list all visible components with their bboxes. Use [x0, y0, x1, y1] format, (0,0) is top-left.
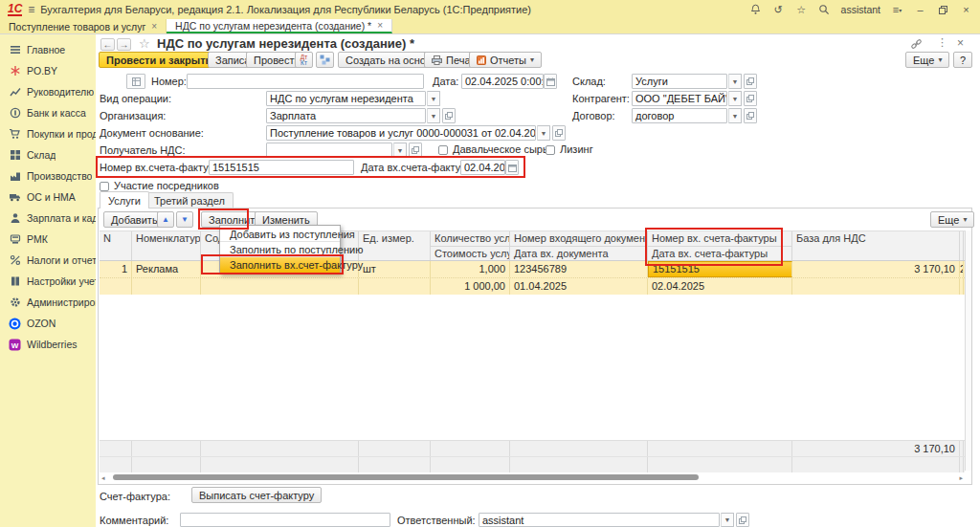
tab-tretiy-razdel[interactable]: Третий раздел: [145, 192, 234, 209]
base-document-open-button[interactable]: [552, 125, 566, 141]
back-button[interactable]: ←: [100, 38, 115, 51]
main-menu-icon[interactable]: ≡: [28, 3, 34, 16]
counterparty-open-button[interactable]: [744, 91, 757, 106]
menu-item-fill-by-receipt[interactable]: Заполнить по поступлению: [220, 242, 340, 257]
sidebar-item-ozon[interactable]: OZON: [0, 313, 96, 334]
number-input[interactable]: [187, 74, 424, 89]
vat-receiver-input[interactable]: [266, 143, 392, 158]
responsible-open-button[interactable]: [736, 513, 749, 527]
close-form-icon[interactable]: ×: [957, 36, 964, 50]
sidebar-item-bank-kassa[interactable]: Банк и касса: [0, 102, 96, 123]
comment-input[interactable]: [180, 513, 390, 527]
menu-item-add-from-receipt[interactable]: Добавить из поступления: [220, 227, 340, 242]
base-document-input[interactable]: Поступление товаров и услуг 0000-000031 …: [266, 125, 536, 141]
counterparty-dropdown-button[interactable]: ▼: [728, 91, 742, 106]
sidebar-item-administrirovanie[interactable]: Администрирование: [0, 292, 96, 313]
contract-open-button[interactable]: [744, 108, 757, 123]
tab-close-icon[interactable]: ×: [377, 20, 383, 31]
horizontal-scrollbar[interactable]: ◂ ▸: [100, 473, 965, 482]
organization-label: Организация:: [100, 108, 166, 123]
responsible-input[interactable]: assistant: [479, 513, 720, 527]
sidebar-item-zarplata-kadry[interactable]: Зарплата и кадры: [0, 208, 96, 229]
leasing-checkbox[interactable]: [546, 145, 555, 155]
tab-close-icon[interactable]: ×: [151, 21, 157, 32]
user-name[interactable]: assistant: [841, 4, 880, 15]
tab-nds-uslugi-nerezidenta[interactable]: НДС по услугам нерезидента (создание) * …: [167, 19, 392, 33]
scroll-left-icon[interactable]: ◂: [101, 474, 105, 482]
horizontal-scroll-thumb[interactable]: [113, 474, 699, 480]
notifications-bell-icon[interactable]: [749, 4, 762, 16]
responsible-dropdown-button[interactable]: ▼: [721, 513, 734, 527]
number-settings-button[interactable]: [126, 74, 145, 89]
sidebar-item-sklad[interactable]: Склад: [0, 144, 96, 165]
contract-input[interactable]: договор: [632, 108, 727, 123]
more-menu-icon[interactable]: ⋮: [937, 36, 947, 49]
table-totals-row-2: [100, 456, 965, 472]
warehouse-input[interactable]: Услуги: [632, 74, 727, 89]
favorites-star-icon[interactable]: ☆: [795, 4, 808, 16]
search-icon[interactable]: [818, 4, 831, 16]
warehouse-open-button[interactable]: [744, 74, 757, 89]
minimize-icon[interactable]: –: [914, 4, 926, 16]
post-and-close-button[interactable]: Провести и закрыть: [99, 52, 219, 68]
counterparty-input[interactable]: ООО "ДЕБЕТ БАЙ": [632, 91, 727, 106]
sidebar-item-poby[interactable]: PO.BY: [0, 60, 96, 81]
sidebar-item-proizvodstvo[interactable]: Производство: [0, 165, 96, 187]
organization-open-button[interactable]: [442, 108, 456, 123]
reports-button[interactable]: Отчеты▾: [469, 52, 542, 68]
sidebar-item-glavnoe[interactable]: Главное: [0, 39, 96, 60]
move-up-button[interactable]: ▲: [157, 211, 174, 228]
sidebar-item-wildberries[interactable]: W Wildberries: [0, 334, 96, 355]
add-row-button[interactable]: Добавить: [103, 211, 166, 228]
show-postings-dtkt-button[interactable]: Дт Кт: [295, 52, 313, 68]
cell-invoice-number-selected[interactable]: 15151515: [648, 261, 792, 277]
vat-receiver-open-button[interactable]: [409, 143, 422, 158]
vertical-scrollbar[interactable]: [965, 231, 971, 471]
sidebar-item-os-nma[interactable]: ОС и НМА: [0, 187, 96, 208]
operation-dropdown-button[interactable]: ▼: [427, 91, 440, 106]
tab-postuplenie[interactable]: Поступление товаров и услуг ×: [0, 19, 167, 33]
invoice-date-calendar-button[interactable]: [505, 160, 519, 175]
warehouse-dropdown-button[interactable]: ▼: [728, 74, 742, 89]
sidebar-item-rmk[interactable]: РМК: [0, 229, 96, 250]
service-menu-icon[interactable]: ≡▾: [891, 4, 903, 16]
tab-uslugi[interactable]: Услуги: [100, 191, 149, 209]
tolling-checkbox[interactable]: [438, 145, 448, 155]
organization-input[interactable]: Зарплата: [266, 108, 426, 123]
date-input[interactable]: 02.04.2025 0:00:00: [461, 74, 544, 89]
form-more-button[interactable]: Еще▾: [905, 52, 949, 68]
wildberries-logo-icon: W: [9, 339, 21, 351]
get-link-icon[interactable]: [910, 38, 923, 50]
issue-invoice-button[interactable]: Выписать счет-фактуру: [191, 487, 322, 503]
date-calendar-button[interactable]: [544, 74, 557, 89]
invoice-number-input[interactable]: 15151515: [209, 160, 354, 175]
intermediaries-checkbox[interactable]: [100, 182, 109, 191]
close-window-icon[interactable]: ×: [960, 4, 972, 16]
table-row[interactable]: 1 000,00 01.04.2025 02.04.2025: [100, 277, 965, 295]
sidebar-item-nastroyki-ucheta[interactable]: Настройки учета: [0, 271, 96, 292]
document-structure-button[interactable]: [316, 52, 334, 68]
sidebar-item-pokupki-prodazhi[interactable]: Покупки и продажи: [0, 123, 96, 144]
vat-receiver-dropdown-button[interactable]: ▼: [393, 143, 407, 158]
fill-dropdown-menu: Добавить из поступления Заполнить по пос…: [219, 225, 341, 274]
tab-label: НДС по услугам нерезидента (создание) *: [175, 20, 371, 32]
factory-icon: [9, 170, 21, 183]
contract-dropdown-button[interactable]: ▼: [728, 108, 742, 123]
operation-input[interactable]: НДС по услугам нерезидента: [266, 91, 426, 106]
forward-button[interactable]: →: [117, 38, 131, 51]
favorite-star-icon[interactable]: ☆: [139, 36, 150, 51]
invoice-date-input[interactable]: 02.04.2025: [460, 160, 505, 175]
base-document-dropdown-button[interactable]: ▼: [537, 125, 550, 141]
menu-item-fill-incoming-invoice[interactable]: Заполнить вх.счет-фактуру: [220, 257, 340, 273]
cell-invoice-date: 02.04.2025: [648, 278, 792, 295]
restore-window-icon[interactable]: [937, 4, 949, 16]
scroll-right-icon[interactable]: ▸: [959, 474, 963, 482]
sidebar-item-rukovoditelyu[interactable]: Руководителю: [0, 81, 96, 102]
sidebar-item-nalogi[interactable]: Налоги и отчетность: [0, 250, 96, 271]
table-more-button[interactable]: Еще▾: [930, 211, 974, 228]
help-button[interactable]: ?: [953, 52, 972, 68]
organization-dropdown-button[interactable]: ▼: [427, 108, 440, 123]
history-icon[interactable]: ↺: [772, 4, 785, 16]
move-down-button[interactable]: ▼: [176, 211, 193, 228]
warehouse-label: Склад:: [572, 74, 606, 89]
